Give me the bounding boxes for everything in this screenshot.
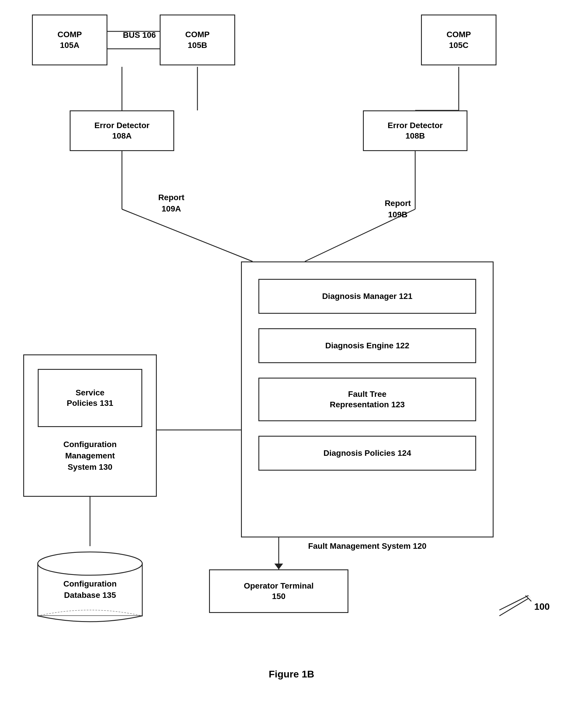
- svg-line-9: [122, 209, 253, 261]
- config-mgmt-system-130-label: ConfigurationManagementSystem 130: [23, 439, 157, 473]
- comp-105c-label: COMP105C: [447, 29, 471, 51]
- error-detector-108a-label: Error Detector108A: [94, 120, 149, 141]
- diagnosis-manager-121-label: Diagnosis Manager 121: [322, 291, 412, 302]
- diagnosis-engine-122-label: Diagnosis Engine 122: [325, 340, 409, 351]
- service-policies-131-label: ServicePolicies 131: [67, 388, 113, 409]
- config-database-135-label: ConfigurationDatabase 135: [35, 578, 145, 601]
- comp-105a-box: COMP105A: [32, 15, 107, 66]
- fault-tree-rep-123-box: Fault TreeRepresentation 123: [258, 378, 476, 421]
- svg-point-18: [38, 552, 142, 575]
- diagnosis-policies-124-label: Diagnosis Policies 124: [324, 448, 411, 459]
- diagnosis-engine-122-box: Diagnosis Engine 122: [258, 328, 476, 363]
- service-policies-131-box: ServicePolicies 131: [38, 369, 142, 427]
- error-detector-108a-box: Error Detector108A: [70, 110, 174, 151]
- comp-105c-box: COMP105C: [421, 15, 497, 66]
- svg-line-19: [499, 596, 528, 610]
- fault-mgmt-system-label: Fault Management System 120: [241, 540, 494, 552]
- comp-105a-label: COMP105A: [57, 29, 82, 51]
- diagnosis-manager-121-box: Diagnosis Manager 121: [258, 279, 476, 314]
- operator-terminal-150-box: Operator Terminal150: [209, 569, 349, 613]
- error-detector-108b-box: Error Detector108B: [363, 110, 467, 151]
- report-109a-label: Report109A: [145, 192, 197, 214]
- ref-arrow: [494, 593, 540, 616]
- diagnosis-policies-124-box: Diagnosis Policies 124: [258, 436, 476, 471]
- comp-105b-box: COMP105B: [160, 15, 235, 66]
- diagram: COMP105A BUS 106 COMP105B COMP105C Error…: [0, 0, 583, 697]
- fault-tree-rep-123-label: Fault TreeRepresentation 123: [330, 389, 405, 410]
- svg-marker-13: [274, 564, 283, 569]
- comp-105b-label: COMP105B: [185, 29, 210, 51]
- figure-caption: Figure 1B: [269, 669, 314, 680]
- operator-terminal-150-label: Operator Terminal150: [244, 581, 314, 602]
- error-detector-108b-label: Error Detector108B: [388, 120, 443, 141]
- report-109b-label: Report109B: [372, 198, 424, 220]
